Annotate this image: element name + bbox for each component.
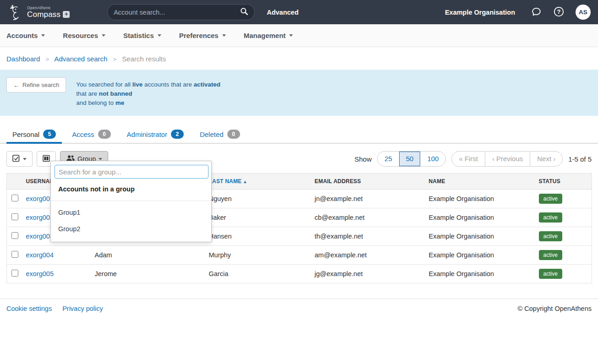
menu-item-accounts[interactable]: Accounts [6,32,45,39]
email-cell: cb@example.net [315,208,429,227]
cookie-settings-link[interactable]: Cookie settings [6,305,52,312]
group-item[interactable]: Group2 [51,221,211,237]
refine-search-button[interactable]: ← Refine search [6,77,66,92]
help-button[interactable]: ? [553,6,565,19]
breadcrumb-separator-icon: > [113,56,117,63]
col-checkbox [7,174,26,190]
group-item-no-group[interactable]: Accounts not in a group [51,179,211,201]
pagination-previous[interactable]: ‹Previous [485,152,530,166]
chevron-left-icon: ‹ [492,155,494,163]
page-size-50[interactable]: 50 [399,152,421,166]
pagination: «First ‹Previous Next› [451,151,563,167]
tab-count-badge: 5 [43,130,56,139]
username-link[interactable]: exorg003 [26,233,54,240]
breadcrumb-link-dashboard[interactable]: Dashboard [6,55,40,63]
menu-item-statistics[interactable]: Statistics [123,32,161,39]
row-checkbox[interactable] [11,251,18,258]
account-search-box [107,4,255,20]
table-row: exorg004 Adam Murphy am@example.net Exam… [7,246,592,265]
pagination-next[interactable]: Next› [530,152,562,166]
email-cell: th@example.net [315,227,429,246]
chevron-down-icon [158,34,161,37]
checkbox-icon [12,155,20,163]
chat-bubble-icon [531,6,542,19]
svg-text:?: ? [557,8,561,15]
copyright-text: © Copyright OpenAthens [518,305,592,312]
chevron-down-icon [102,34,105,37]
row-checkbox[interactable] [11,270,18,277]
openathens-compass-logo[interactable]: OpenAthens Compass + [7,3,70,22]
email-cell: jn@example.net [315,190,429,208]
tab-count-badge: 0 [98,130,111,139]
col-name[interactable]: NAME [429,174,539,190]
chevron-down-icon [23,158,27,160]
advanced-search-link[interactable]: Advanced [267,9,298,16]
page-size-25[interactable]: 25 [378,152,399,166]
row-checkbox[interactable] [11,213,18,220]
username-link[interactable]: exorg005 [26,270,54,277]
breadcrumb: Dashboard > Advanced search > Search res… [0,47,598,67]
pagination-first[interactable]: «First [452,152,485,166]
col-email[interactable]: EMAIL ADDRESS [315,174,429,190]
help-icon: ? [553,6,565,19]
org-name-cell: Example Organisation [429,208,539,227]
status-badge: active [539,212,562,223]
group-dropdown: Accounts not in a group Group1 Group2 [50,161,212,242]
chevron-down-icon [99,158,102,160]
last-name-cell: Garcia [209,265,315,283]
col-last-name[interactable]: LAST NAME▲ [209,174,315,190]
sort-ascending-icon: ▲ [243,179,247,184]
org-name-cell: Example Organisation [429,190,539,208]
privacy-policy-link[interactable]: Privacy policy [62,305,103,312]
select-all-button[interactable] [6,151,33,167]
user-avatar[interactable]: AS [576,5,591,20]
topbar: OpenAthens Compass + Advanced Example Or… [0,0,598,24]
chevron-down-icon [222,34,226,37]
group-search-input[interactable] [55,165,208,179]
show-label: Show [354,155,372,163]
row-checkbox[interactable] [11,232,18,239]
status-badge: active [539,269,562,279]
last-name-cell: Baker [209,208,315,227]
username-link[interactable]: exorg004 [26,251,54,259]
last-name-cell: Murphy [209,246,315,265]
footer: Cookie settings Privacy policy © Copyrig… [0,299,598,312]
menu-item-preferences[interactable]: Preferences [179,32,226,39]
col-status[interactable]: STATUS [539,174,592,190]
row-checkbox[interactable] [11,195,18,201]
page-size-selector: 25 50 100 [377,151,446,167]
username-link[interactable]: exorg002 [26,214,54,221]
org-name-cell: Example Organisation [429,227,539,246]
tab-personal[interactable]: Personal 5 [6,125,62,143]
breadcrumb-separator-icon: > [46,56,49,63]
first-name-cell: Jerome [95,265,209,283]
tab-deleted[interactable]: Deleted 0 [194,125,246,143]
brand-openathens-label: OpenAthens [27,6,70,10]
email-cell: jg@example.net [315,265,429,283]
tab-administrator[interactable]: Administrator 2 [121,125,190,143]
chevron-down-icon [41,34,45,37]
feedback-chat-button[interactable] [531,6,542,19]
breadcrumb-current: Search results [122,55,166,63]
search-summary-text: You searched for all live accounts that … [76,77,220,108]
search-icon[interactable] [240,7,248,17]
chevron-right-icon: › [553,155,555,163]
menu-item-management[interactable]: Management [244,32,293,39]
organisation-name: Example Organisation [445,9,515,16]
page-size-100[interactable]: 100 [420,152,445,166]
menu-item-resources[interactable]: Resources [63,32,105,39]
group-item[interactable]: Group1 [51,204,211,221]
results-range: 1-5 of 5 [568,155,592,163]
status-badge: active [539,194,562,204]
table-row: exorg005 Jerome Garcia jg@example.net Ex… [7,265,592,283]
username-link[interactable]: exorg001 [26,195,54,202]
email-cell: am@example.net [315,246,429,265]
owl-logo-icon [7,3,25,22]
tab-count-badge: 0 [227,130,240,139]
tab-access[interactable]: Access 0 [66,125,116,143]
first-name-cell: Adam [95,246,209,265]
main-menubar: Accounts Resources Statistics Preference… [0,24,598,47]
status-badge: active [539,231,562,241]
breadcrumb-link-advanced-search[interactable]: Advanced search [55,55,108,63]
account-search-input[interactable] [114,9,240,16]
